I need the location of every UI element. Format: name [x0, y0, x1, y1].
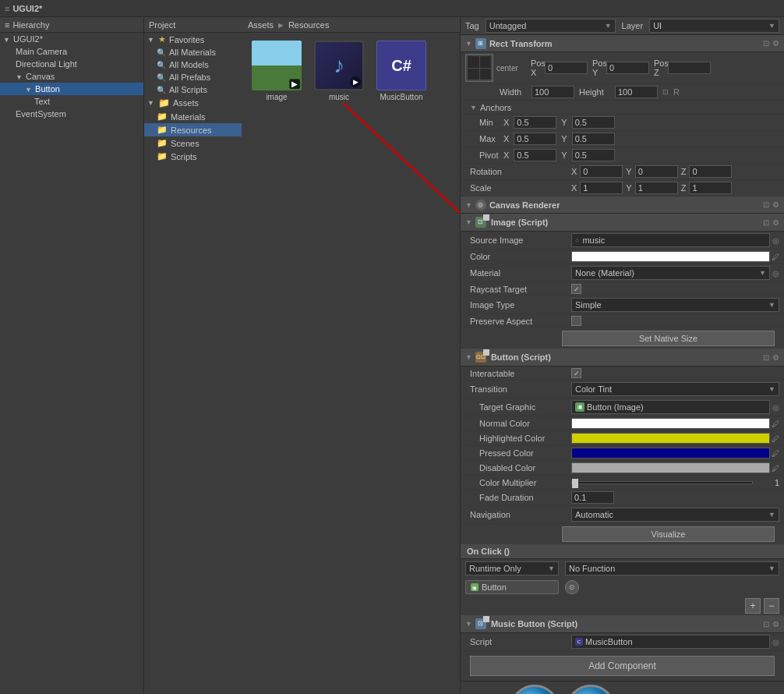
- pivot-y-input[interactable]: [572, 149, 615, 161]
- transition-dropdown[interactable]: Color Tint ▼: [571, 382, 779, 396]
- hierarchy-collapse-icon[interactable]: ≡: [5, 20, 9, 30]
- rect-transform-menu-icon[interactable]: ⊡: [763, 39, 769, 48]
- favorites-header[interactable]: ★ Favorites: [144, 33, 242, 46]
- remove-on-click-btn[interactable]: −: [764, 598, 779, 614]
- disabled-color-picker[interactable]: 🖊: [772, 464, 779, 473]
- music-button-settings-icon[interactable]: ⚙: [772, 620, 779, 628]
- add-component-button[interactable]: Add Component: [470, 656, 775, 676]
- add-on-click-btn[interactable]: +: [745, 598, 761, 614]
- highlighted-color-swatch[interactable]: [571, 433, 770, 444]
- source-image-target-icon[interactable]: ◎: [772, 236, 779, 245]
- hierarchy-item-ugui2[interactable]: UGUI2*: [0, 33, 143, 45]
- pos-x-input[interactable]: [545, 62, 588, 74]
- checkbox-button[interactable]: ✓: [483, 349, 489, 356]
- color-multiplier-track[interactable]: [571, 481, 753, 484]
- disabled-color-swatch[interactable]: [571, 462, 770, 473]
- color-multiplier-thumb[interactable]: [572, 479, 578, 488]
- anchors-collapse[interactable]: ▼: [470, 104, 477, 112]
- all-materials-item[interactable]: 🔍 All Materials: [144, 46, 242, 58]
- source-image-field[interactable]: ○ music: [571, 233, 770, 247]
- button-script-menu-icon[interactable]: ⊡: [763, 353, 769, 362]
- set-native-size-button[interactable]: Set Native Size: [562, 331, 775, 346]
- rot-y-input[interactable]: [635, 165, 678, 178]
- normal-color-swatch[interactable]: [571, 418, 770, 429]
- material-target-icon[interactable]: ◎: [772, 269, 779, 278]
- rot-z-input[interactable]: [689, 165, 732, 178]
- color-picker-icon[interactable]: 🖊: [772, 253, 779, 261]
- navigation-dropdown[interactable]: Automatic ▼: [571, 508, 779, 522]
- button-script-settings-icon[interactable]: ⚙: [772, 353, 779, 362]
- normal-color-picker[interactable]: 🖊: [772, 420, 779, 428]
- hierarchy-item-eventsystem[interactable]: EventSystem: [0, 108, 143, 120]
- button-script-arrow[interactable]: [465, 353, 472, 361]
- canvas-renderer-menu-icon[interactable]: ⊡: [763, 200, 769, 209]
- resources-item[interactable]: 📁 Resources: [144, 123, 242, 136]
- interactable-checkbox[interactable]: [571, 368, 581, 378]
- min-y-input[interactable]: [572, 116, 615, 129]
- pos-y-input[interactable]: [606, 62, 649, 74]
- all-models-item[interactable]: 🔍 All Models: [144, 58, 242, 71]
- image-script-arrow[interactable]: [465, 218, 472, 226]
- pos-z-input[interactable]: [668, 62, 711, 74]
- pressed-color-picker[interactable]: 🖊: [772, 449, 779, 458]
- thumbnail-music[interactable]: ♪ ▶ music: [312, 41, 366, 686]
- material-dropdown[interactable]: None (Material) ▼: [571, 266, 770, 280]
- hierarchy-item-text[interactable]: Text: [0, 95, 143, 108]
- checkbox-music[interactable]: ✓: [483, 616, 489, 622]
- rect-transform-arrow[interactable]: [465, 40, 472, 48]
- music-button-arrow[interactable]: [465, 620, 472, 628]
- min-x-input[interactable]: [514, 116, 556, 129]
- music-button-menu-icon[interactable]: ⊡: [763, 620, 769, 628]
- canvas-renderer-header: ◎ Canvas Renderer ⊡ ⚙: [461, 197, 784, 214]
- on-click-runtime-row: Runtime Only ▼ No Function ▼: [461, 559, 784, 578]
- fade-duration-input[interactable]: [571, 491, 614, 504]
- visualize-button[interactable]: Visualize: [562, 526, 775, 542]
- assets-header[interactable]: 📁 Assets: [144, 96, 242, 110]
- rot-x-input[interactable]: [580, 165, 623, 178]
- max-y-input[interactable]: [572, 133, 615, 145]
- scale-z-input[interactable]: [689, 182, 732, 194]
- tag-dropdown[interactable]: Untagged ▼: [486, 19, 616, 33]
- on-click-button-field[interactable]: ▣ Button: [465, 580, 559, 594]
- max-x-input[interactable]: [514, 133, 556, 145]
- hierarchy-item-canvas[interactable]: Canvas: [0, 70, 143, 83]
- script-target-icon[interactable]: ◎: [772, 638, 779, 646]
- scale-x-input[interactable]: [580, 182, 623, 194]
- scenes-item[interactable]: 📁 Scenes: [144, 136, 242, 150]
- all-prefabs-item[interactable]: 🔍 All Prefabs: [144, 71, 242, 83]
- preserve-aspect-checkbox[interactable]: [571, 316, 581, 326]
- width-input[interactable]: [531, 86, 574, 98]
- thumbnail-musicbutton[interactable]: C# MusicButton: [374, 41, 429, 686]
- pressed-color-swatch[interactable]: [571, 448, 770, 459]
- runtime-dropdown[interactable]: Runtime Only ▼: [465, 561, 559, 575]
- image-type-dropdown[interactable]: Simple ▼: [571, 298, 779, 312]
- hierarchy-item-directional-light[interactable]: Directional Light: [0, 58, 143, 70]
- layer-dropdown[interactable]: UI ▼: [649, 19, 779, 33]
- raycast-target-checkbox[interactable]: [571, 284, 581, 294]
- rect-transform-settings-icon[interactable]: ⚙: [772, 39, 779, 48]
- height-input[interactable]: [615, 86, 658, 98]
- thumbnail-image[interactable]: ▶ image: [249, 41, 304, 686]
- canvas-renderer-arrow[interactable]: [465, 201, 472, 209]
- scale-y-input[interactable]: [635, 182, 678, 194]
- canvas-renderer-settings-icon[interactable]: ⚙: [772, 200, 779, 209]
- materials-item[interactable]: 📁 Materials: [144, 110, 242, 123]
- button-script-title: Button (Script): [491, 352, 760, 362]
- image-script-menu-icon[interactable]: ⊡: [763, 218, 769, 227]
- on-click-circle-btn[interactable]: ⊙: [565, 580, 579, 594]
- hierarchy-item-main-camera[interactable]: Main Camera: [0, 45, 143, 58]
- color-swatch[interactable]: [571, 251, 770, 262]
- target-graphic-target-icon[interactable]: ◎: [772, 403, 779, 412]
- image-script-settings-icon[interactable]: ⚙: [772, 218, 779, 227]
- highlighted-color-picker[interactable]: 🖊: [772, 434, 779, 443]
- canvas-label: Canvas: [26, 72, 55, 81]
- hierarchy-item-button[interactable]: Button: [0, 83, 143, 95]
- anchor-grid-btn[interactable]: [465, 54, 493, 82]
- all-scripts-item[interactable]: 🔍 All Scripts: [144, 83, 242, 96]
- pivot-x-input[interactable]: [514, 149, 556, 161]
- script-field[interactable]: C MusicButton: [571, 635, 770, 649]
- target-graphic-field[interactable]: ▣ Button (Image): [571, 400, 770, 414]
- checkbox-image[interactable]: ✓: [483, 214, 489, 221]
- scripts-item[interactable]: 📁 Scripts: [144, 150, 242, 163]
- no-function-dropdown[interactable]: No Function ▼: [565, 561, 779, 575]
